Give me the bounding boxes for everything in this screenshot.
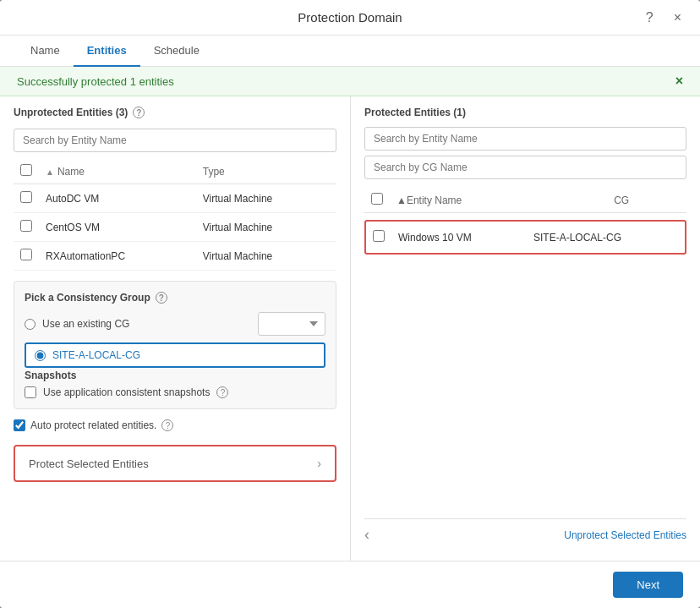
next-button[interactable]: Next bbox=[613, 572, 683, 598]
success-banner: Successfully protected 1 entities × bbox=[0, 67, 700, 96]
consistency-group-section: Pick a Consistency Group ? Use an existi… bbox=[14, 281, 336, 409]
auto-protect-option[interactable]: Auto protect related entities. ? bbox=[14, 416, 336, 435]
tab-schedule[interactable]: Schedule bbox=[140, 36, 213, 67]
tab-name[interactable]: Name bbox=[17, 36, 74, 67]
left-panel: Unprotected Entities (3) ? ▲Name Type bbox=[0, 96, 351, 561]
existing-cg-dropdown[interactable] bbox=[258, 312, 325, 336]
unprotect-link[interactable]: Unprotect Selected Entities bbox=[564, 529, 686, 541]
modal-footer: Next bbox=[0, 561, 700, 608]
entity-checkbox-2[interactable] bbox=[20, 220, 32, 232]
modal-dialog: Protection Domain ? × Name Entities Sche… bbox=[0, 0, 700, 608]
search-entity-input-left[interactable] bbox=[14, 129, 336, 152]
modal-body: Unprotected Entities (3) ? ▲Name Type bbox=[0, 96, 700, 561]
snapshots-section: Snapshots Use application consistent sna… bbox=[25, 370, 325, 398]
help-button[interactable]: ? bbox=[641, 8, 659, 27]
unprotected-entities-header: Unprotected Entities (3) ? bbox=[14, 107, 336, 118]
success-message: Successfully protected 1 entities bbox=[17, 75, 174, 88]
protect-selected-button[interactable]: Protect Selected Entities › bbox=[14, 445, 336, 482]
auto-protect-help-icon[interactable]: ? bbox=[161, 419, 173, 431]
cg-header: Pick a Consistency Group ? bbox=[25, 292, 325, 304]
new-cg-selected-option[interactable]: SITE-A-LOCAL-CG bbox=[25, 342, 325, 368]
banner-close[interactable]: × bbox=[675, 74, 683, 89]
modal-title: Protection Domain bbox=[298, 10, 402, 25]
snapshot-option[interactable]: Use application consistent snapshots ? bbox=[25, 386, 325, 398]
close-button[interactable]: × bbox=[669, 8, 686, 27]
protect-chevron-icon: › bbox=[317, 457, 321, 470]
table-row: RXAutomationPC Virtual Machine bbox=[14, 242, 336, 271]
modal-header: Protection Domain ? × bbox=[0, 0, 700, 36]
existing-cg-option[interactable]: Use an existing CG bbox=[25, 312, 325, 336]
header-icons: ? × bbox=[641, 8, 686, 27]
auto-protect-checkbox[interactable] bbox=[14, 419, 25, 431]
right-panel: Protected Entities (1) ▲Entity Name CG bbox=[351, 96, 700, 561]
protected-select-all[interactable] bbox=[371, 193, 383, 205]
app-consistent-checkbox[interactable] bbox=[25, 386, 36, 398]
search-cg-input[interactable] bbox=[364, 156, 686, 179]
snapshots-label: Snapshots bbox=[25, 370, 325, 381]
table-row: CentOS VM Virtual Machine bbox=[14, 213, 336, 242]
unprotected-entities-table: ▲Name Type AutoDC VM Virtual Machine Cen bbox=[14, 159, 336, 271]
select-all-checkbox[interactable] bbox=[20, 164, 32, 176]
snapshot-help-icon[interactable]: ? bbox=[216, 386, 228, 398]
entity-checkbox-3[interactable] bbox=[20, 249, 32, 260]
protected-entities-header: Protected Entities (1) bbox=[364, 107, 686, 118]
protected-entity-checkbox[interactable] bbox=[373, 230, 385, 242]
tabs-bar: Name Entities Schedule bbox=[0, 36, 700, 67]
entity-checkbox-1[interactable] bbox=[20, 191, 32, 203]
unprotect-section: ‹ Unprotect Selected Entities bbox=[364, 518, 686, 550]
table-row: Windows 10 VM SITE-A-LOCAL-CG bbox=[366, 222, 685, 253]
existing-cg-radio[interactable] bbox=[25, 319, 36, 330]
new-cg-radio[interactable] bbox=[35, 350, 46, 361]
highlighted-row-wrapper: Windows 10 VM SITE-A-LOCAL-CG bbox=[364, 220, 686, 255]
arrow-left-button[interactable]: ‹ bbox=[364, 526, 369, 544]
search-entity-input-right[interactable] bbox=[364, 127, 686, 151]
protected-row-table: Windows 10 VM SITE-A-LOCAL-CG bbox=[366, 222, 685, 253]
cg-help-icon[interactable]: ? bbox=[156, 292, 167, 304]
table-row: AutoDC VM Virtual Machine bbox=[14, 184, 336, 213]
protected-entities-table: ▲Entity Name CG bbox=[364, 188, 686, 213]
unprotected-help-icon[interactable]: ? bbox=[133, 107, 145, 118]
tab-entities[interactable]: Entities bbox=[74, 36, 140, 67]
